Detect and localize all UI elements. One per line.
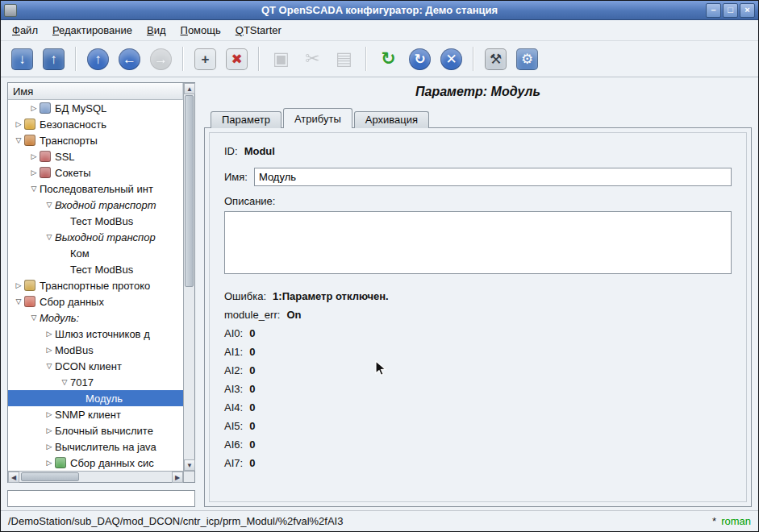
name-label: Имя: bbox=[224, 171, 248, 183]
scroll-right-icon[interactable]: ▶ bbox=[172, 472, 183, 483]
collapse-icon[interactable]: ▽ bbox=[44, 201, 55, 209]
collapse-icon[interactable]: ▽ bbox=[28, 185, 40, 193]
back-button[interactable]: ← bbox=[115, 44, 144, 73]
tree-column-header[interactable]: Имя bbox=[8, 83, 183, 100]
scroll-up-icon[interactable]: ▲ bbox=[184, 83, 195, 94]
title-bar[interactable]: QT OpenSCADA конфигуратор: Демо станция … bbox=[1, 1, 758, 20]
tree-item[interactable]: ▷Сокеты bbox=[8, 164, 183, 181]
page-title: Параметр: Модуль bbox=[204, 82, 752, 108]
tree-item[interactable]: ▽Модуль: bbox=[8, 310, 183, 326]
tree-item-label: Сбор данных bbox=[40, 296, 106, 308]
attr-value: 0 bbox=[249, 438, 255, 451]
tree-item[interactable]: ▽Выходной транспор bbox=[8, 229, 183, 245]
tree-item[interactable]: ▽Последовательный инт bbox=[8, 181, 183, 197]
load-icon: ↓ bbox=[11, 48, 33, 70]
tree-item[interactable]: ▷ModBus bbox=[8, 342, 183, 358]
security-icon bbox=[24, 118, 35, 130]
tree-item[interactable]: ▷Блочный вычислите bbox=[8, 422, 183, 438]
collapse-icon[interactable]: ▽ bbox=[28, 314, 40, 322]
expand-icon[interactable]: ▷ bbox=[28, 168, 40, 177]
menu-help[interactable]: Помощь bbox=[173, 22, 228, 39]
menu-view[interactable]: Вид bbox=[140, 22, 173, 39]
expand-icon[interactable]: ▷ bbox=[44, 330, 55, 338]
configurator-icon: ⚒ bbox=[485, 48, 507, 70]
tree-item[interactable]: ▷Вычислитель на java bbox=[8, 438, 183, 455]
stop-button[interactable]: ✕ bbox=[436, 44, 466, 73]
save-button[interactable]: ↑ bbox=[39, 44, 69, 73]
expand-icon[interactable]: ▷ bbox=[44, 346, 55, 354]
tree-item[interactable]: Тест ModBus bbox=[8, 261, 183, 277]
transports-icon bbox=[24, 135, 35, 146]
expand-icon[interactable]: ▷ bbox=[44, 443, 55, 451]
load-button[interactable]: ↓ bbox=[7, 44, 37, 73]
tab-archiving[interactable]: Архивация bbox=[354, 111, 429, 128]
tree-search-input[interactable] bbox=[7, 490, 195, 507]
add-item-icon: + bbox=[194, 48, 216, 70]
tree-item[interactable]: ▷Транспортные протоко bbox=[8, 277, 183, 293]
tree-item-label: Выходной транспор bbox=[55, 231, 157, 243]
expand-icon[interactable]: ▷ bbox=[13, 281, 24, 289]
scroll-down-icon[interactable]: ▼ bbox=[184, 459, 195, 471]
tree-item-label: 7017 bbox=[70, 376, 95, 389]
delete-item-button[interactable]: ✖ bbox=[222, 44, 252, 73]
add-item-button[interactable]: + bbox=[190, 44, 220, 73]
vertical-scroll-track[interactable] bbox=[184, 94, 194, 459]
name-row: Имя: bbox=[224, 168, 732, 186]
up-button[interactable]: ↑ bbox=[83, 44, 113, 73]
tree-item[interactable]: Ком bbox=[8, 245, 183, 261]
attr-value: 1:Параметр отключен. bbox=[273, 290, 389, 302]
horizontal-scroll-thumb[interactable] bbox=[21, 472, 79, 481]
minimize-button[interactable]: – bbox=[706, 3, 721, 18]
cut-button: ✂ bbox=[298, 44, 327, 73]
tab-parameter[interactable]: Параметр bbox=[211, 111, 281, 128]
main-area: Имя ▷БД MySQL▷Безопасность▽Транспорты▷SS… bbox=[1, 77, 758, 510]
tree-item[interactable]: ▷Сбор данных сис bbox=[8, 455, 183, 471]
tree-item[interactable]: ▷SNMP клиент bbox=[8, 406, 183, 422]
tree-item[interactable]: Модуль bbox=[8, 390, 183, 406]
expand-icon[interactable]: ▷ bbox=[44, 410, 55, 418]
tab-attributes[interactable]: Атрибуты bbox=[283, 108, 352, 128]
menu-qtstarter[interactable]: QTStarter bbox=[228, 22, 289, 39]
tree-item[interactable]: Тест ModBus bbox=[8, 213, 183, 229]
tree-item[interactable]: ▷Шлюз источников д bbox=[8, 326, 183, 342]
collapse-icon[interactable]: ▽ bbox=[13, 136, 24, 144]
start-button[interactable]: ↻ bbox=[405, 44, 435, 73]
scrollbar-corner bbox=[183, 471, 194, 482]
menu-file[interactable]: Файл bbox=[5, 22, 45, 39]
collapse-icon[interactable]: ▽ bbox=[59, 378, 70, 386]
tree-item[interactable]: ▽Сбор данных bbox=[8, 293, 183, 310]
expand-icon[interactable]: ▷ bbox=[28, 152, 40, 160]
expand-icon[interactable]: ▷ bbox=[13, 120, 24, 128]
horizontal-scroll-track[interactable] bbox=[19, 472, 172, 482]
tree-horizontal-scrollbar[interactable]: ◀ ▶ bbox=[8, 471, 183, 482]
mysql-db-icon bbox=[40, 102, 51, 114]
tree-item-label: Блочный вычислите bbox=[55, 425, 155, 437]
collapse-icon[interactable]: ▽ bbox=[13, 297, 24, 305]
tree-item[interactable]: ▽7017 bbox=[8, 374, 183, 390]
tree-item[interactable]: ▽Входной транспорт bbox=[8, 197, 183, 213]
configurator-button[interactable]: ⚒ bbox=[481, 44, 511, 73]
menu-edit[interactable]: Редактирование bbox=[45, 22, 140, 39]
forward-button: → bbox=[146, 44, 176, 73]
tree-item[interactable]: ▷Безопасность bbox=[8, 116, 183, 132]
tree-item[interactable]: ▷БД MySQL bbox=[8, 100, 183, 116]
tree-item[interactable]: ▽DCON клиент bbox=[8, 358, 183, 374]
maximize-button[interactable]: □ bbox=[723, 3, 738, 18]
expand-icon[interactable]: ▷ bbox=[44, 426, 55, 434]
scroll-left-icon[interactable]: ◀ bbox=[8, 472, 19, 483]
tree-item[interactable]: ▷SSL bbox=[8, 148, 183, 164]
collapse-icon[interactable]: ▽ bbox=[44, 362, 55, 370]
tree-item-label: Тест ModBus bbox=[70, 215, 135, 227]
close-button[interactable]: × bbox=[740, 3, 755, 18]
tree-item[interactable]: ▽Транспорты bbox=[8, 132, 183, 148]
name-input[interactable] bbox=[254, 168, 732, 186]
vertical-scroll-thumb[interactable] bbox=[185, 95, 194, 287]
menu-bar: ФайлРедактированиеВидПомощьQTStarter bbox=[1, 20, 758, 41]
expand-icon[interactable]: ▷ bbox=[28, 104, 40, 112]
collapse-icon[interactable]: ▽ bbox=[44, 233, 55, 241]
description-textarea[interactable] bbox=[224, 211, 732, 274]
expand-icon[interactable]: ▷ bbox=[44, 459, 55, 467]
tree-vertical-scrollbar[interactable]: ▲ ▼ bbox=[183, 83, 194, 471]
refresh-button[interactable]: ↻ bbox=[373, 44, 403, 73]
vision-button[interactable]: ⚙ bbox=[512, 44, 542, 73]
